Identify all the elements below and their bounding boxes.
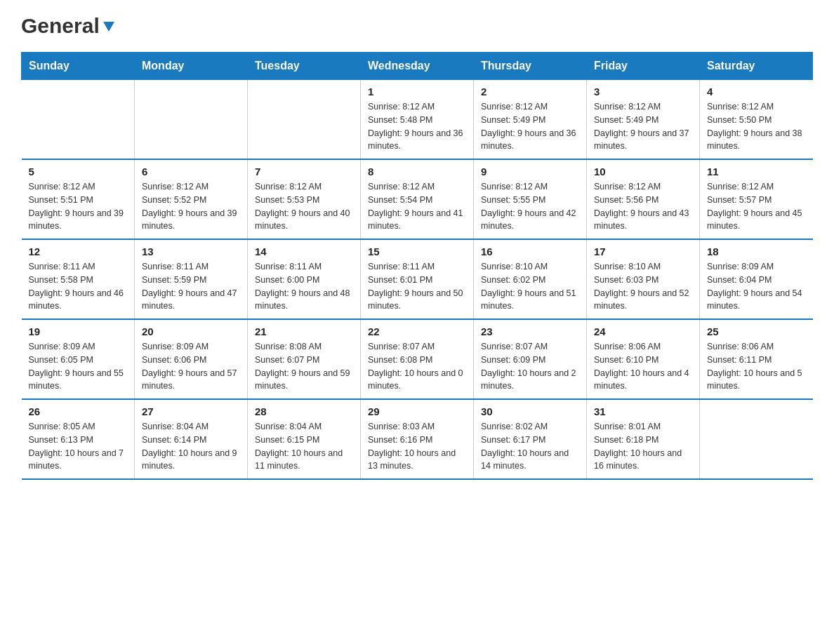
calendar-day-5: 5Sunrise: 8:12 AMSunset: 5:51 PMDaylight… <box>22 159 135 239</box>
day-info: Sunrise: 8:02 AMSunset: 6:17 PMDaylight:… <box>481 420 579 473</box>
calendar-day-21: 21Sunrise: 8:08 AMSunset: 6:07 PMDayligh… <box>248 319 361 399</box>
day-number: 27 <box>142 405 240 417</box>
weekday-header-thursday: Thursday <box>474 53 587 80</box>
calendar-week-row: 19Sunrise: 8:09 AMSunset: 6:05 PMDayligh… <box>22 319 813 399</box>
svg-marker-0 <box>103 22 114 32</box>
calendar-day-8: 8Sunrise: 8:12 AMSunset: 5:54 PMDaylight… <box>361 159 474 239</box>
day-info: Sunrise: 8:07 AMSunset: 6:08 PMDaylight:… <box>368 340 466 393</box>
day-number: 26 <box>29 405 128 417</box>
day-number: 18 <box>707 246 806 257</box>
day-number: 6 <box>142 166 240 177</box>
calendar-day-29: 29Sunrise: 8:03 AMSunset: 6:16 PMDayligh… <box>361 399 474 479</box>
calendar-day-14: 14Sunrise: 8:11 AMSunset: 6:00 PMDayligh… <box>248 239 361 319</box>
day-number: 21 <box>255 326 353 337</box>
day-info: Sunrise: 8:03 AMSunset: 6:16 PMDaylight:… <box>368 420 466 473</box>
day-number: 17 <box>594 246 692 257</box>
calendar-day-6: 6Sunrise: 8:12 AMSunset: 5:52 PMDaylight… <box>135 159 248 239</box>
day-info: Sunrise: 8:04 AMSunset: 6:14 PMDaylight:… <box>142 420 240 473</box>
day-number: 15 <box>368 246 466 257</box>
day-info: Sunrise: 8:06 AMSunset: 6:11 PMDaylight:… <box>707 340 806 393</box>
day-number: 1 <box>368 86 466 98</box>
day-info: Sunrise: 8:12 AMSunset: 5:52 PMDaylight:… <box>142 180 240 233</box>
weekday-header-monday: Monday <box>135 53 248 80</box>
logo-general: General <box>21 14 100 38</box>
day-info: Sunrise: 8:06 AMSunset: 6:10 PMDaylight:… <box>594 340 692 393</box>
day-number: 31 <box>594 405 692 417</box>
weekday-header-saturday: Saturday <box>700 53 813 80</box>
day-info: Sunrise: 8:09 AMSunset: 6:05 PMDaylight:… <box>29 340 128 393</box>
day-info: Sunrise: 8:11 AMSunset: 6:01 PMDaylight:… <box>368 260 466 313</box>
calendar-day-2: 2Sunrise: 8:12 AMSunset: 5:49 PMDaylight… <box>474 80 587 160</box>
page-header: General <box>21 14 813 38</box>
day-number: 25 <box>707 326 806 337</box>
day-info: Sunrise: 8:09 AMSunset: 6:04 PMDaylight:… <box>707 260 806 313</box>
calendar-day-9: 9Sunrise: 8:12 AMSunset: 5:55 PMDaylight… <box>474 159 587 239</box>
calendar-day-24: 24Sunrise: 8:06 AMSunset: 6:10 PMDayligh… <box>587 319 700 399</box>
day-number: 23 <box>481 326 579 337</box>
calendar-day-4: 4Sunrise: 8:12 AMSunset: 5:50 PMDaylight… <box>700 80 813 160</box>
day-number: 30 <box>481 405 579 417</box>
calendar-week-row: 5Sunrise: 8:12 AMSunset: 5:51 PMDaylight… <box>22 159 813 239</box>
day-info: Sunrise: 8:12 AMSunset: 5:57 PMDaylight:… <box>707 180 806 233</box>
day-info: Sunrise: 8:11 AMSunset: 5:58 PMDaylight:… <box>29 260 128 313</box>
day-number: 8 <box>368 166 466 177</box>
day-number: 10 <box>594 166 692 177</box>
logo: General <box>21 14 118 38</box>
day-number: 16 <box>481 246 579 257</box>
weekday-header-friday: Friday <box>587 53 700 80</box>
calendar-header-row: SundayMondayTuesdayWednesdayThursdayFrid… <box>22 53 813 80</box>
day-info: Sunrise: 8:01 AMSunset: 6:18 PMDaylight:… <box>594 420 692 473</box>
day-number: 14 <box>255 246 353 257</box>
logo-triangle-icon <box>100 18 117 34</box>
calendar-day-27: 27Sunrise: 8:04 AMSunset: 6:14 PMDayligh… <box>135 399 248 479</box>
calendar-day-18: 18Sunrise: 8:09 AMSunset: 6:04 PMDayligh… <box>700 239 813 319</box>
calendar-day-7: 7Sunrise: 8:12 AMSunset: 5:53 PMDaylight… <box>248 159 361 239</box>
day-number: 28 <box>255 405 353 417</box>
day-number: 11 <box>707 166 806 177</box>
weekday-header-sunday: Sunday <box>22 53 135 80</box>
calendar-empty-cell <box>700 399 813 479</box>
day-info: Sunrise: 8:12 AMSunset: 5:50 PMDaylight:… <box>707 100 806 153</box>
calendar-day-26: 26Sunrise: 8:05 AMSunset: 6:13 PMDayligh… <box>22 399 135 479</box>
calendar-week-row: 1Sunrise: 8:12 AMSunset: 5:48 PMDaylight… <box>22 80 813 160</box>
calendar-day-30: 30Sunrise: 8:02 AMSunset: 6:17 PMDayligh… <box>474 399 587 479</box>
day-number: 2 <box>481 86 579 98</box>
calendar-day-11: 11Sunrise: 8:12 AMSunset: 5:57 PMDayligh… <box>700 159 813 239</box>
day-info: Sunrise: 8:12 AMSunset: 5:54 PMDaylight:… <box>368 180 466 233</box>
calendar-day-13: 13Sunrise: 8:11 AMSunset: 5:59 PMDayligh… <box>135 239 248 319</box>
day-number: 20 <box>142 326 240 337</box>
day-number: 29 <box>368 405 466 417</box>
calendar-day-19: 19Sunrise: 8:09 AMSunset: 6:05 PMDayligh… <box>22 319 135 399</box>
day-number: 3 <box>594 86 692 98</box>
day-info: Sunrise: 8:04 AMSunset: 6:15 PMDaylight:… <box>255 420 353 473</box>
calendar-empty-cell <box>248 80 361 160</box>
day-number: 5 <box>29 166 128 177</box>
day-info: Sunrise: 8:09 AMSunset: 6:06 PMDaylight:… <box>142 340 240 393</box>
day-info: Sunrise: 8:12 AMSunset: 5:53 PMDaylight:… <box>255 180 353 233</box>
calendar-empty-cell <box>135 80 248 160</box>
calendar-day-1: 1Sunrise: 8:12 AMSunset: 5:48 PMDaylight… <box>361 80 474 160</box>
day-number: 9 <box>481 166 579 177</box>
calendar-week-row: 26Sunrise: 8:05 AMSunset: 6:13 PMDayligh… <box>22 399 813 479</box>
day-number: 22 <box>368 326 466 337</box>
day-info: Sunrise: 8:12 AMSunset: 5:55 PMDaylight:… <box>481 180 579 233</box>
day-info: Sunrise: 8:12 AMSunset: 5:48 PMDaylight:… <box>368 100 466 153</box>
calendar-table: SundayMondayTuesdayWednesdayThursdayFrid… <box>21 52 813 480</box>
day-number: 12 <box>29 246 128 257</box>
day-info: Sunrise: 8:11 AMSunset: 6:00 PMDaylight:… <box>255 260 353 313</box>
day-number: 24 <box>594 326 692 337</box>
calendar-day-31: 31Sunrise: 8:01 AMSunset: 6:18 PMDayligh… <box>587 399 700 479</box>
day-info: Sunrise: 8:08 AMSunset: 6:07 PMDaylight:… <box>255 340 353 393</box>
day-info: Sunrise: 8:07 AMSunset: 6:09 PMDaylight:… <box>481 340 579 393</box>
calendar-day-10: 10Sunrise: 8:12 AMSunset: 5:56 PMDayligh… <box>587 159 700 239</box>
day-info: Sunrise: 8:12 AMSunset: 5:56 PMDaylight:… <box>594 180 692 233</box>
calendar-day-17: 17Sunrise: 8:10 AMSunset: 6:03 PMDayligh… <box>587 239 700 319</box>
day-info: Sunrise: 8:12 AMSunset: 5:49 PMDaylight:… <box>594 100 692 153</box>
calendar-day-3: 3Sunrise: 8:12 AMSunset: 5:49 PMDaylight… <box>587 80 700 160</box>
calendar-week-row: 12Sunrise: 8:11 AMSunset: 5:58 PMDayligh… <box>22 239 813 319</box>
day-number: 13 <box>142 246 240 257</box>
calendar-day-20: 20Sunrise: 8:09 AMSunset: 6:06 PMDayligh… <box>135 319 248 399</box>
weekday-header-tuesday: Tuesday <box>248 53 361 80</box>
day-info: Sunrise: 8:10 AMSunset: 6:02 PMDaylight:… <box>481 260 579 313</box>
calendar-empty-cell <box>22 80 135 160</box>
